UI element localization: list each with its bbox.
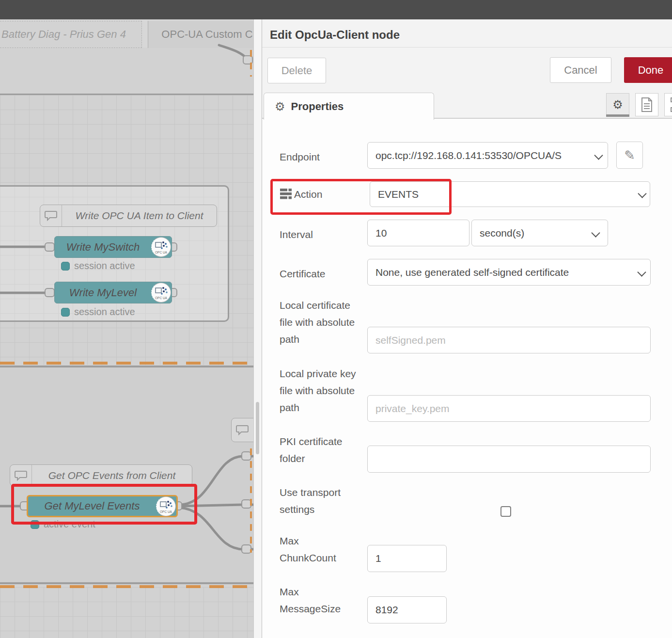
comment-bubble-icon: [232, 418, 253, 442]
endpoint-select[interactable]: opc.tcp://192.168.0.141:53530/OPCUA/S: [367, 142, 608, 169]
delete-button[interactable]: Delete: [267, 58, 326, 83]
tray-title: Edit OpcUa-Client node: [270, 28, 400, 42]
endpoint-label: Endpoint: [280, 148, 320, 165]
annotation-box-node: [11, 484, 197, 525]
comment-node-get[interactable]: Get OPC Events from Client: [10, 464, 192, 486]
node-write-mylevel[interactable]: Write MyLevel OPC UA: [54, 282, 172, 303]
node-write-myswitch[interactable]: Write MySwitch OPC UA: [54, 236, 172, 258]
local-certificate-label: Local certificate file with absolute pat…: [280, 297, 359, 348]
selected-group-dash-right-1: [250, 50, 252, 77]
comment-node-write[interactable]: Write OPC UA Item to Client: [40, 205, 217, 227]
document-icon: [641, 97, 653, 112]
certificate-select[interactable]: None, use generated self-signed certific…: [367, 259, 651, 286]
annotation-box-action: [270, 179, 452, 215]
status-dot-icon: [61, 262, 70, 271]
endpoint-value: opc.tcp://192.168.0.141:53530/OPCUA/S: [375, 150, 562, 161]
cancel-button[interactable]: Cancel: [550, 57, 611, 83]
max-chunk-label: Max ChunkCount: [280, 532, 347, 566]
private-key-input[interactable]: [367, 395, 651, 422]
status-dot-icon: [61, 308, 70, 317]
node-status: session active: [61, 306, 135, 318]
edit-endpoint-button[interactable]: ✎: [616, 142, 643, 169]
comment-label: Write OPC UA Item to Client: [62, 210, 217, 222]
max-message-input[interactable]: [367, 596, 447, 623]
pencil-icon: ✎: [624, 148, 635, 163]
tab-properties-label: Properties: [291, 100, 344, 113]
certificate-value: None, use generated self-signed certific…: [375, 267, 569, 278]
node-red-editor: Write OPC UA Item to Client Write MySwit…: [0, 0, 672, 638]
max-chunk-input[interactable]: [367, 545, 447, 572]
interval-unit-select[interactable]: second(s): [471, 220, 608, 246]
active-icon-underline: [606, 114, 629, 117]
status-text: session active: [74, 260, 135, 271]
interval-unit-value: second(s): [480, 227, 524, 239]
appearance-icon: [670, 97, 672, 112]
gear-icon: ⚙: [275, 100, 285, 113]
selected-group-dash-right-2: [250, 448, 252, 553]
app-header-bar: [0, 0, 672, 19]
node-appearance-button[interactable]: [664, 93, 672, 116]
opcua-badge-icon: OPC UA: [151, 283, 171, 303]
tab-properties[interactable]: ⚙ Properties: [264, 93, 434, 120]
edit-tray: Edit OpcUa-Client node Delete Cancel Don…: [262, 19, 672, 638]
interval-label: Interval: [280, 226, 313, 243]
node-input-port[interactable]: [45, 288, 55, 297]
node-status: session active: [61, 260, 135, 271]
divider: [262, 47, 672, 48]
node-input-port[interactable]: [45, 242, 55, 252]
comment-label: Get OPC Events from Client: [32, 470, 192, 481]
node-description-button[interactable]: [635, 93, 658, 116]
node-label: Write MySwitch: [55, 241, 151, 254]
comment-bubble-icon: [10, 465, 32, 486]
transport-checkbox[interactable]: [500, 506, 511, 517]
comment-bubble-icon: [40, 205, 62, 226]
local-certificate-input[interactable]: [367, 327, 651, 353]
svg-text:OPC UA: OPC UA: [155, 251, 168, 254]
private-key-label: Local private key file with absolute pat…: [280, 365, 359, 416]
interval-input[interactable]: [367, 220, 469, 246]
opcua-badge-icon: OPC UA: [151, 237, 171, 257]
transport-label: Use transport settings: [280, 484, 359, 518]
node-label: Write MyLevel: [55, 287, 151, 299]
wires-layer: [0, 0, 262, 638]
svg-text:OPC UA: OPC UA: [155, 296, 168, 300]
pki-folder-label: PKI certificate folder: [280, 433, 359, 467]
workspace-scrollbar-thumb[interactable]: [256, 402, 259, 454]
node-settings-button[interactable]: ⚙: [606, 93, 629, 116]
max-message-label: Max MessageSize: [280, 583, 347, 617]
status-text: session active: [74, 306, 135, 318]
done-button[interactable]: Done: [624, 57, 672, 83]
pki-folder-input[interactable]: [367, 446, 651, 473]
certificate-label: Certificate: [280, 265, 326, 282]
gear-icon: ⚙: [612, 98, 623, 112]
workspace-scrollbar-track: [253, 19, 262, 638]
